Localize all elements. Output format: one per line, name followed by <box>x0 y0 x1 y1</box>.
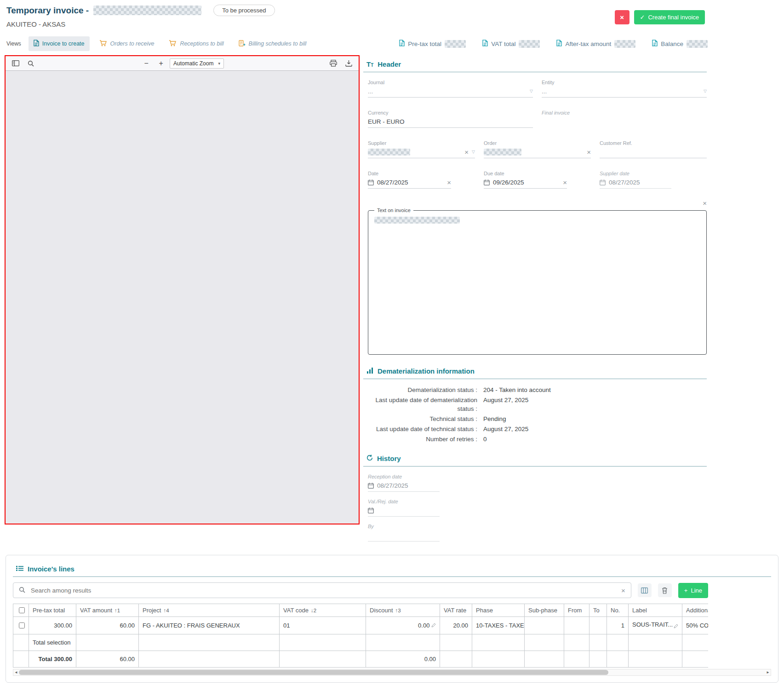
chevron-down-icon: ▽ <box>530 89 533 93</box>
search-input[interactable] <box>30 587 617 594</box>
supplier-date-value: 08/27/2025 <box>609 179 640 186</box>
search-icon[interactable] <box>25 58 37 69</box>
text-on-invoice-field[interactable]: Text on invoice <box>368 207 707 355</box>
demat-row-label: Last update date of technical status : <box>368 425 477 433</box>
document-icon <box>556 40 562 48</box>
clear-search-button[interactable]: × <box>621 587 625 594</box>
column-header-select[interactable] <box>13 604 29 617</box>
clear-supplier-button[interactable]: × <box>464 149 469 156</box>
column-header-sub-phase[interactable]: Sub-phase <box>525 604 564 617</box>
page-header: Temporary invoice - To be processed AKUI… <box>0 0 784 34</box>
zoom-in-button[interactable]: + <box>155 58 167 69</box>
print-button[interactable] <box>327 58 339 69</box>
entity-field[interactable]: Entity ...▽ <box>542 80 707 98</box>
invoice-document-icon <box>34 40 39 48</box>
demat-row-label: Dematerialization status : <box>368 386 477 394</box>
project-cell: FG - AKUITEO : FRAIS GENERAUX <box>139 617 280 634</box>
column-header-label[interactable]: Label <box>629 604 682 617</box>
create-final-invoice-button[interactable]: ✓ Create final invoice <box>634 10 705 24</box>
tab-orders-to-receive[interactable]: Orders to receive <box>94 37 160 51</box>
aftertax-amount-label: After-tax amount <box>565 40 611 47</box>
column-header-additional[interactable]: Additional <box>682 604 709 617</box>
column-header-vat-amount[interactable]: VAT amount↑1 <box>76 604 139 617</box>
tab-invoice-to-create[interactable]: Invoice to create <box>29 36 90 51</box>
add-line-button[interactable]: + Line <box>678 583 708 598</box>
entity-label: Entity <box>542 80 707 85</box>
label-cell: SOUS-TRAIT... <box>629 617 682 634</box>
calendar-icon <box>484 179 490 185</box>
redacted-pretax-total-value <box>445 40 466 48</box>
column-header-project[interactable]: Project↑4 <box>139 604 280 617</box>
column-header-discount[interactable]: Discount↑3 <box>366 604 440 617</box>
tab-receptions-to-bill[interactable]: Receptions to bill <box>164 37 229 51</box>
download-button[interactable] <box>343 58 355 69</box>
column-header-phase[interactable]: Phase <box>472 604 525 617</box>
final-invoice-field: Final invoice <box>542 110 707 128</box>
clear-order-button[interactable]: × <box>587 149 591 156</box>
totals-bar: Pre-tax total VAT total After-tax amount… <box>399 40 708 48</box>
customer-ref-field[interactable]: Customer Ref. <box>600 140 707 158</box>
clear-text-on-invoice-button[interactable]: × <box>703 199 707 207</box>
clear-date-button[interactable]: × <box>447 179 451 186</box>
zoom-controls: − + Automatic Zoom ▾ <box>140 58 224 69</box>
pdf-toolbar: − + Automatic Zoom ▾ <box>6 56 359 71</box>
redacted-order-value <box>484 149 521 156</box>
columns-button[interactable] <box>638 583 652 597</box>
phase-cell: 10-TAXES - TAXES <box>472 617 525 634</box>
check-icon: ✓ <box>640 14 645 21</box>
tab-billing-schedules-to-bill[interactable]: Billing schedules to bill <box>234 37 312 51</box>
invoice-lines-panel: Invoice's lines × + Line <box>6 555 778 683</box>
header-actions: × ✓ Create final invoice <box>615 10 705 24</box>
zoom-out-button[interactable]: − <box>140 58 152 69</box>
delete-line-button[interactable] <box>658 583 672 597</box>
column-header-to[interactable]: To <box>589 604 607 617</box>
column-header-vat-rate[interactable]: VAT rate <box>440 604 472 617</box>
demat-row-label: Number of retries : <box>368 435 477 444</box>
column-header-vat-code[interactable]: VAT code↓2 <box>280 604 366 617</box>
document-icon <box>652 40 658 48</box>
order-field[interactable]: Order × <box>484 140 591 158</box>
journal-value: ... <box>368 88 373 95</box>
tab-label: Billing schedules to bill <box>249 40 307 47</box>
supplier-date-label: Supplier date <box>600 171 707 176</box>
select-all-checkbox[interactable] <box>19 607 25 613</box>
scrollbar-track[interactable] <box>19 670 765 675</box>
column-header-no[interactable]: No. <box>607 604 629 617</box>
date-field[interactable]: Date 08/27/2025 × <box>368 171 475 189</box>
total-vat-cell: 60.00 <box>76 651 139 668</box>
horizontal-scrollbar[interactable]: ◄ ► <box>13 669 771 676</box>
no-cell: 1 <box>607 617 629 634</box>
document-icon <box>482 40 488 48</box>
date-label: Date <box>368 171 475 176</box>
demat-row-label: Last update date of dematerialization st… <box>368 396 477 413</box>
currency-field[interactable]: Currency EUR - EURO <box>368 110 533 128</box>
due-date-field[interactable]: Due date 09/26/2025 × <box>484 171 591 189</box>
supplier-field[interactable]: Supplier ×▽ <box>368 140 475 158</box>
plus-icon: + <box>684 587 688 594</box>
search-box[interactable]: × <box>13 582 631 598</box>
reception-date-field: Reception date 08/27/2025 <box>368 474 440 492</box>
supplier-label: Supplier <box>368 140 475 146</box>
scroll-left-icon[interactable]: ◄ <box>14 671 18 674</box>
column-header-from[interactable]: From <box>564 604 589 617</box>
chevron-down-icon: ▽ <box>472 150 475 154</box>
dematerialization-info: Dematerialization status :204 - Taken in… <box>363 379 707 449</box>
total-discount-cell: 0.00 <box>366 651 440 668</box>
redacted-invoice-number <box>93 6 201 15</box>
clear-due-date-button[interactable]: × <box>563 179 567 186</box>
views-bar: Views Invoice to create Orders to receiv… <box>0 34 784 53</box>
order-label: Order <box>484 140 591 146</box>
date-value: 08/27/2025 <box>377 179 408 186</box>
scrollbar-thumb[interactable] <box>19 670 608 675</box>
column-header-pretax-total[interactable]: Pre-tax total <box>29 604 76 617</box>
cart-icon <box>99 40 107 48</box>
journal-field[interactable]: Journal ...▽ <box>368 80 533 98</box>
edit-icon[interactable] <box>674 623 678 630</box>
add-line-label: Line <box>691 587 702 594</box>
row-checkbox[interactable] <box>19 622 25 628</box>
toggle-sidebar-button[interactable] <box>10 58 22 69</box>
scroll-right-icon[interactable]: ► <box>766 671 770 674</box>
close-button[interactable]: × <box>615 10 629 24</box>
zoom-select[interactable]: Automatic Zoom ▾ <box>170 58 224 69</box>
edit-icon[interactable] <box>431 622 436 629</box>
